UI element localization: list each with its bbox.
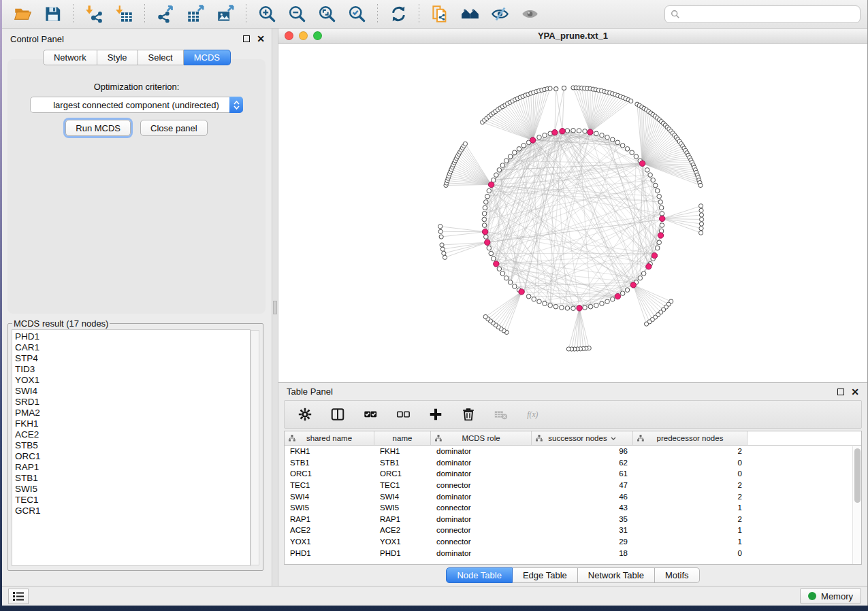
table-cell[interactable]: dominator — [431, 493, 532, 501]
table-cell[interactable]: 0 — [633, 549, 748, 557]
table-row[interactable]: ACE2ACE2connector311 — [285, 525, 861, 536]
table-row[interactable]: ORC1ORC1dominator610 — [285, 468, 861, 480]
table-cell[interactable]: connector — [431, 526, 532, 534]
table-cell[interactable]: TEC1 — [374, 481, 431, 489]
table-scrollbar[interactable] — [852, 446, 861, 564]
table-cell[interactable]: PHD1 — [374, 549, 431, 557]
table-cell[interactable]: RAP1 — [285, 515, 374, 523]
table-cell[interactable]: PHD1 — [285, 549, 374, 557]
open-session-button[interactable] — [9, 3, 36, 26]
table-row[interactable]: RAP1RAP1dominator352 — [285, 514, 861, 525]
table-cell[interactable]: 46 — [532, 493, 633, 501]
table-cell[interactable]: dominator — [431, 549, 532, 557]
mcds-result-item[interactable]: PHD1 — [15, 331, 250, 342]
table-cell[interactable]: ACE2 — [374, 526, 431, 534]
table-cell[interactable]: FKH1 — [374, 447, 431, 455]
export-image-button[interactable] — [212, 3, 239, 26]
mcds-result-item[interactable]: GCR1 — [15, 506, 250, 516]
table-cell[interactable]: 35 — [532, 515, 633, 523]
table-cell[interactable]: SWI4 — [285, 493, 374, 501]
window-minimize-icon[interactable] — [299, 31, 308, 40]
table-cell[interactable]: 2 — [633, 493, 748, 501]
column-header-successor-nodes[interactable]: successor nodes — [532, 431, 633, 445]
column-header-MCDS-role[interactable]: MCDS role — [431, 431, 532, 445]
run-mcds-button[interactable]: Run MCDS — [65, 120, 131, 136]
zoom-fit-button[interactable] — [313, 3, 340, 26]
show-columns-button[interactable] — [328, 405, 347, 424]
first-neighbors-button[interactable] — [456, 3, 483, 26]
table-cell[interactable]: ORC1 — [374, 469, 431, 478]
panel-splitter[interactable] — [272, 29, 278, 586]
tab-node-table[interactable]: Node Table — [446, 567, 513, 583]
table-cell[interactable]: RAP1 — [374, 515, 431, 523]
table-cell[interactable]: 1 — [633, 538, 748, 546]
table-cell[interactable]: TEC1 — [285, 481, 374, 489]
table-row[interactable]: TEC1TEC1connector472 — [285, 480, 861, 491]
optimization-criterion-select[interactable]: largest connected component (undirected) — [30, 97, 243, 113]
close-panel-icon[interactable]: ✕ — [851, 389, 859, 395]
window-maximize-icon[interactable] — [313, 31, 322, 40]
search-input[interactable] — [684, 9, 854, 19]
result-list-scrollbar[interactable] — [251, 330, 259, 565]
mcds-result-item[interactable]: CAR1 — [15, 342, 250, 353]
table-cell[interactable]: 43 — [532, 503, 633, 512]
table-cell[interactable]: 2 — [633, 481, 748, 489]
zoom-out-button[interactable] — [283, 3, 310, 26]
window-close-icon[interactable] — [285, 31, 293, 40]
tab-edge-table[interactable]: Edge Table — [513, 567, 578, 583]
table-cell[interactable]: 2 — [633, 515, 748, 523]
add-column-button[interactable] — [426, 405, 445, 424]
table-settings-button[interactable] — [295, 405, 315, 424]
new-network-from-selection-button[interactable] — [426, 3, 453, 26]
table-cell[interactable]: connector — [431, 503, 532, 512]
table-cell[interactable]: 62 — [532, 459, 633, 467]
table-cell[interactable]: SWI4 — [374, 493, 431, 501]
mcds-result-item[interactable]: STP4 — [15, 353, 250, 364]
close-panel-button[interactable]: Close panel — [140, 120, 208, 136]
mcds-result-item[interactable]: YOX1 — [15, 375, 250, 386]
table-cell[interactable]: ORC1 — [285, 469, 374, 478]
mcds-result-item[interactable]: TEC1 — [15, 495, 250, 506]
mcds-result-item[interactable]: STB1 — [15, 473, 250, 484]
mcds-result-item[interactable]: RAP1 — [15, 462, 250, 473]
column-header-predecessor-nodes[interactable]: predecessor nodes — [633, 431, 748, 445]
table-cell[interactable]: 31 — [532, 526, 633, 534]
tab-style[interactable]: Style — [97, 50, 138, 65]
task-history-button[interactable] — [8, 589, 29, 604]
import-table-button[interactable] — [110, 3, 138, 26]
table-row[interactable]: SWI4SWI4dominator462 — [285, 491, 861, 502]
table-cell[interactable]: dominator — [431, 459, 532, 467]
table-cell[interactable]: SWI5 — [374, 503, 431, 512]
mcds-result-item[interactable]: ACE2 — [15, 429, 250, 440]
select-all-button[interactable] — [361, 405, 380, 424]
zoom-selected-button[interactable] — [343, 3, 370, 26]
table-cell[interactable]: 96 — [532, 447, 633, 455]
table-row[interactable]: SWI5SWI5connector431 — [285, 502, 861, 514]
mcds-result-item[interactable]: SWI5 — [15, 484, 250, 495]
table-cell[interactable]: STB1 — [374, 459, 431, 467]
table-cell[interactable]: YOX1 — [374, 538, 431, 546]
table-cell[interactable]: 2 — [633, 447, 748, 455]
mcds-result-item[interactable]: ORC1 — [15, 451, 250, 462]
table-cell[interactable]: FKH1 — [285, 447, 374, 455]
mcds-result-item[interactable]: SWI4 — [15, 386, 250, 397]
table-row[interactable]: STB1STB1dominator620 — [285, 457, 861, 469]
export-network-button[interactable] — [152, 3, 179, 26]
mcds-result-item[interactable]: STB5 — [15, 440, 250, 451]
table-cell[interactable]: 0 — [633, 469, 748, 478]
table-cell[interactable]: 47 — [532, 481, 633, 489]
apply-layout-button[interactable] — [385, 3, 412, 26]
table-row[interactable]: YOX1YOX1connector291 — [285, 536, 861, 548]
table-cell[interactable]: 29 — [532, 538, 633, 546]
float-panel-icon[interactable] — [243, 35, 250, 42]
mcds-result-list[interactable]: PHD1CAR1STP4TID3YOX1SWI4SRD1PMA2FKH1ACE2… — [12, 329, 251, 566]
delete-column-button[interactable] — [459, 405, 478, 424]
export-table-button[interactable] — [182, 3, 209, 26]
mcds-result-item[interactable]: SRD1 — [15, 397, 250, 408]
table-row[interactable]: PHD1PHD1dominator180 — [285, 547, 861, 559]
hide-selected-button[interactable] — [486, 3, 513, 26]
table-cell[interactable]: 0 — [633, 459, 748, 467]
column-header-name[interactable]: name — [374, 431, 431, 445]
table-cell[interactable]: 61 — [532, 469, 633, 478]
table-cell[interactable]: connector — [431, 538, 532, 546]
